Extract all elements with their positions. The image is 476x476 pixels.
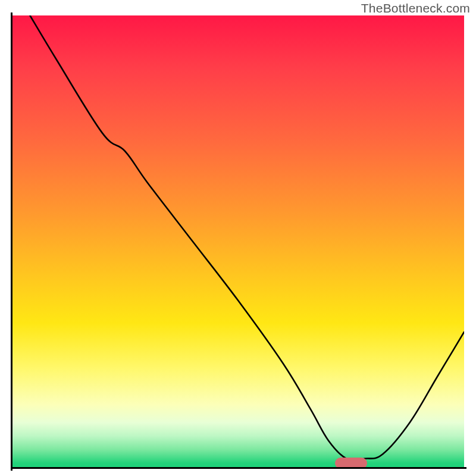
chart-root: TheBottleneck.com	[0, 0, 476, 476]
curve-svg	[12, 15, 464, 468]
bottleneck-curve-path	[30, 15, 464, 461]
watermark-text: TheBottleneck.com	[361, 1, 470, 15]
plot-area	[12, 15, 464, 468]
optimal-marker	[335, 458, 367, 468]
